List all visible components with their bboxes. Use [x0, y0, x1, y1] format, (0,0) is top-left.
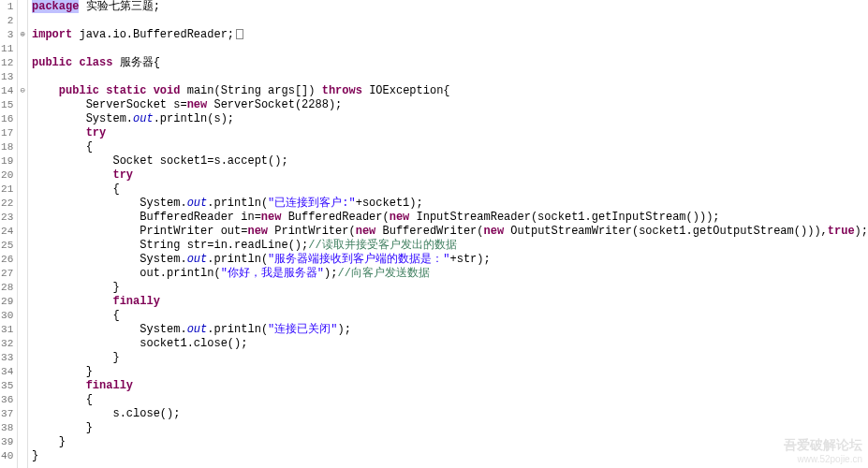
code-line[interactable]: {: [32, 309, 868, 323]
code-area[interactable]: package 实验七第三题;import java.io.BufferedRe…: [28, 0, 868, 468]
line-number: 2: [0, 14, 13, 28]
line-number: 30: [0, 309, 13, 323]
line-number: 25: [0, 239, 13, 253]
line-number: 26: [0, 253, 13, 267]
code-line[interactable]: }: [32, 435, 868, 449]
line-number: 14: [0, 84, 13, 98]
line-number: 3: [0, 28, 13, 42]
fold-marker: [18, 421, 27, 435]
line-number: 39: [0, 435, 13, 449]
code-editor[interactable]: 1231112131415161718192021222324252627282…: [0, 0, 868, 468]
fold-marker: [18, 56, 27, 70]
code-line[interactable]: finally: [32, 379, 868, 393]
fold-marker: [18, 225, 27, 239]
line-number: 36: [0, 393, 13, 407]
fold-marker: [18, 309, 27, 323]
code-line[interactable]: ServerSocket s=new ServerSocket(2288);: [32, 98, 868, 112]
fold-marker: [18, 140, 27, 154]
code-line[interactable]: BufferedReader in=new BufferedReader(new…: [32, 211, 868, 225]
line-number: 16: [0, 112, 13, 126]
fold-marker: [18, 154, 27, 168]
code-line[interactable]: String str=in.readLine();//读取并接受客户发出的数据: [32, 239, 868, 253]
code-line[interactable]: try: [32, 168, 868, 183]
code-line[interactable]: public class 服务器{: [32, 56, 868, 70]
fold-marker[interactable]: ⊕: [18, 28, 27, 42]
code-line[interactable]: [32, 14, 868, 28]
fold-marker: [18, 112, 27, 126]
fold-marker: [18, 337, 27, 351]
line-number: 24: [0, 225, 13, 239]
line-number: 11: [0, 42, 13, 56]
fold-marker: [18, 14, 27, 28]
line-number: 31: [0, 323, 13, 337]
code-line[interactable]: public static void main(String args[]) t…: [32, 84, 868, 98]
fold-marker: [18, 168, 27, 183]
line-number: 13: [0, 70, 13, 84]
code-line[interactable]: [32, 70, 868, 84]
code-line[interactable]: }: [32, 365, 868, 379]
line-number: 18: [0, 140, 13, 154]
fold-marker: [18, 295, 27, 309]
line-number-gutter: 1231112131415161718192021222324252627282…: [0, 0, 18, 468]
code-line[interactable]: {: [32, 140, 868, 154]
code-line[interactable]: {: [32, 393, 868, 407]
fold-marker: [18, 351, 27, 365]
line-number: 22: [0, 197, 13, 211]
code-line[interactable]: }: [32, 351, 868, 365]
fold-marker: [18, 70, 27, 84]
code-line[interactable]: finally: [32, 295, 868, 309]
fold-marker: [18, 323, 27, 337]
code-line[interactable]: package 实验七第三题;: [32, 0, 868, 14]
code-line[interactable]: {: [32, 183, 868, 197]
code-line[interactable]: }: [32, 449, 868, 463]
code-line[interactable]: System.out.println("已连接到客户:"+socket1);: [32, 197, 868, 211]
fold-marker: [18, 211, 27, 225]
line-number: 37: [0, 407, 13, 421]
fold-marker: [18, 267, 27, 281]
code-line[interactable]: }: [32, 281, 868, 295]
code-line[interactable]: try: [32, 126, 868, 140]
fold-marker: [18, 126, 27, 140]
line-number: 38: [0, 421, 13, 435]
fold-marker: [18, 253, 27, 267]
fold-marker: [18, 197, 27, 211]
fold-marker: [18, 365, 27, 379]
fold-marker: [18, 98, 27, 112]
fold-marker: [18, 449, 27, 463]
line-number: 1: [0, 0, 13, 14]
fold-marker: [18, 407, 27, 421]
fold-marker: [18, 281, 27, 295]
line-number: 32: [0, 337, 13, 351]
watermark-title: 吾爱破解论坛: [784, 437, 862, 454]
code-line[interactable]: s.close();: [32, 407, 868, 421]
code-line[interactable]: import java.io.BufferedReader;: [32, 28, 868, 42]
code-line[interactable]: System.out.println("连接已关闭");: [32, 323, 868, 337]
code-line[interactable]: socket1.close();: [32, 337, 868, 351]
line-number: 19: [0, 154, 13, 168]
code-line[interactable]: [32, 42, 868, 56]
line-number: 33: [0, 351, 13, 365]
line-number: 27: [0, 267, 13, 281]
code-line[interactable]: PrintWriter out=new PrintWriter(new Buff…: [32, 225, 868, 239]
watermark-url: www.52pojie.cn: [784, 454, 862, 464]
line-number: 35: [0, 379, 13, 393]
fold-marker: [18, 393, 27, 407]
fold-marker: [18, 435, 27, 449]
line-number: 21: [0, 183, 13, 197]
code-line[interactable]: System.out.println("服务器端接收到客户端的数据是："+str…: [32, 253, 868, 267]
code-line[interactable]: System.out.println(s);: [32, 112, 868, 126]
line-number: 29: [0, 295, 13, 309]
code-line[interactable]: }: [32, 421, 868, 435]
code-line[interactable]: out.println("你好，我是服务器");//向客户发送数据: [32, 267, 868, 281]
line-number: 40: [0, 449, 13, 463]
line-number: 12: [0, 56, 13, 70]
line-number: 34: [0, 365, 13, 379]
fold-marker: [18, 379, 27, 393]
line-number: 17: [0, 126, 13, 140]
fold-marker[interactable]: ⊖: [18, 84, 27, 98]
line-number: 15: [0, 98, 13, 112]
fold-marker: [18, 42, 27, 56]
code-line[interactable]: Socket socket1=s.accept();: [32, 154, 868, 168]
fold-marker-gutter: ⊕⊖: [18, 0, 28, 468]
watermark: 吾爱破解论坛 www.52pojie.cn: [784, 437, 862, 464]
